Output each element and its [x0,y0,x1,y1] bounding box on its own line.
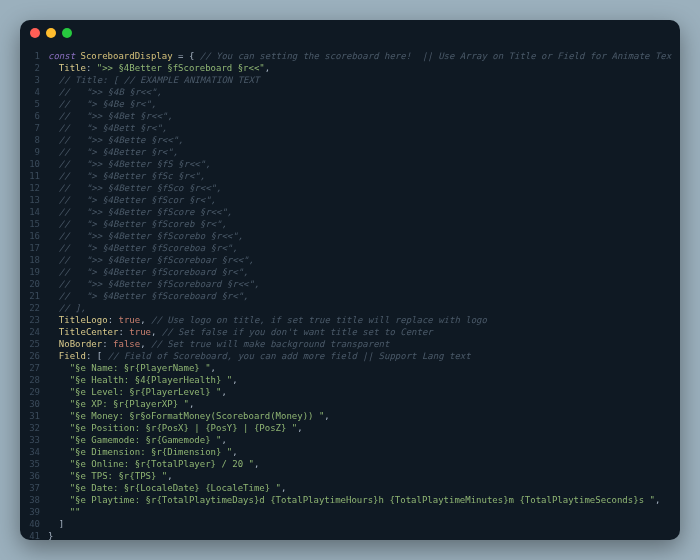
code-line[interactable]: "§e Money: §r§oFormatMoney(Scoreboard(Mo… [48,410,672,422]
code-token: // ">> §4Bette §r<<", [59,135,184,145]
code-line[interactable]: // ">> §4Better §fScorebo §r<<", [48,230,672,242]
code-token: // "> §4Bett §r<", [59,123,167,133]
code-line[interactable]: "§e Gamemode: §r{Gamemode} ", [48,434,672,446]
code-line[interactable]: // ], [48,302,672,314]
code-token: "§e XP: §r{PlayerXP} " [70,399,189,409]
code-token: // Use logo on title, if set true title … [151,315,487,325]
code-line[interactable]: "§e Playtime: §r{TotalPlaytimeDays}d {To… [48,494,672,506]
code-token: true [118,315,140,325]
code-token [48,99,59,109]
code-line[interactable]: "§e Level: §r{PlayerLevel} ", [48,386,672,398]
code-token [48,243,59,253]
code-line[interactable]: Title: ">> §4Better §fScoreboard §r<<", [48,62,672,74]
code-token [48,171,59,181]
close-icon[interactable] [30,28,40,38]
code-token: Field [59,351,86,361]
code-token: , [221,387,226,397]
code-token [48,435,70,445]
line-number: 33 [28,434,40,446]
code-token [48,471,70,481]
code-line[interactable]: "§e TPS: §r{TPS} ", [48,470,672,482]
code-window: 1234567891011121314151617181920212223242… [20,20,680,540]
code-token: const [48,51,81,61]
code-token: : [118,327,129,337]
code-line[interactable]: "§e Health: §4{PlayerHealth} ", [48,374,672,386]
line-number: 6 [28,110,40,122]
code-line[interactable]: "§e XP: §r{PlayerXP} ", [48,398,672,410]
code-line[interactable]: // "> §4Bett §r<", [48,122,672,134]
line-number: 13 [28,194,40,206]
code-line[interactable]: // "> §4Better §fScoreboard §r<", [48,290,672,302]
code-line[interactable]: // ">> §4Better §fScore §r<<", [48,206,672,218]
line-number: 41 [28,530,40,540]
code-token [48,267,59,277]
code-token: : [102,339,113,349]
code-token [48,195,59,205]
code-line[interactable]: TitleLogo: true, // Use logo on title, i… [48,314,672,326]
code-line[interactable]: ] [48,518,672,530]
line-number: 27 [28,362,40,374]
line-number: 22 [28,302,40,314]
code-token: // Field of Scoreboard, you can add more… [108,351,471,361]
code-line[interactable]: "§e Date: §r{LocaleDate} {LocaleTime} ", [48,482,672,494]
line-number: 4 [28,86,40,98]
code-token [48,291,59,301]
code-line[interactable]: // "> §4Better §fScoreboa §r<", [48,242,672,254]
code-line[interactable]: "§e Online: §r{TotalPlayer} / 20 ", [48,458,672,470]
code-line[interactable]: // ">> §4Better §fScoreboar §r<<", [48,254,672,266]
line-number: 19 [28,266,40,278]
code-line[interactable]: TitleCenter: true, // Set false if you d… [48,326,672,338]
code-token: // "> §4Better §r<", [59,147,178,157]
code-line[interactable]: NoBorder: false, // Set true will make b… [48,338,672,350]
code-token [48,75,59,85]
code-line[interactable]: // "> §4Better §r<", [48,146,672,158]
code-line[interactable]: "" [48,506,672,518]
line-number: 23 [28,314,40,326]
code-line[interactable]: // Title: [ // EXAMPLE ANIMATION TEXT [48,74,672,86]
code-token [48,183,59,193]
code-token [48,375,70,385]
code-token: "§e Dimension: §r{Dimension} " [70,447,233,457]
code-line[interactable]: const ScoreboardDisplay = { // You can s… [48,50,672,62]
line-number: 37 [28,482,40,494]
code-line[interactable]: // "> §4Better §fScoreb §r<", [48,218,672,230]
zoom-icon[interactable] [62,28,72,38]
code-line[interactable]: // "> §4Better §fScoreboard §r<", [48,266,672,278]
code-line[interactable]: // ">> §4Better §fSco §r<<", [48,182,672,194]
code-token: , [281,483,286,493]
code-line[interactable]: } [48,530,672,540]
code-token: , [221,435,226,445]
code-line[interactable]: // ">> §4B §r<<", [48,86,672,98]
code-token: , [265,63,270,73]
line-number: 21 [28,290,40,302]
code-line[interactable]: // ">> §4Bette §r<<", [48,134,672,146]
code-token: , [232,447,237,457]
code-line[interactable]: "§e Name: §r{PlayerName} ", [48,362,672,374]
code-token: // ">> §4Better §fScoreboar §r<<", [59,255,254,265]
code-line[interactable]: // "> §4Be §r<", [48,98,672,110]
code-line[interactable]: // "> §4Better §fSc §r<", [48,170,672,182]
code-token: // ">> §4Better §fScoreboard §r<<", [59,279,259,289]
minimize-icon[interactable] [46,28,56,38]
code-token: , [167,471,172,481]
line-number: 36 [28,470,40,482]
code-token: = { [173,51,200,61]
code-token [48,231,59,241]
code-token [48,135,59,145]
code-token: "" [70,507,81,517]
code-token [48,315,59,325]
code-line[interactable]: "§e Position: §r{PosX} | {PosY} | {PosZ}… [48,422,672,434]
code-token [48,159,59,169]
code-line[interactable]: Field: [ // Field of Scoreboard, you can… [48,350,672,362]
code-line[interactable]: // "> §4Better §fScor §r<", [48,194,672,206]
code-token [48,255,59,265]
code-token: NoBorder [59,339,102,349]
code-token: // Set true will make background transpa… [151,339,389,349]
code-editor[interactable]: 1234567891011121314151617181920212223242… [20,46,680,540]
code-line[interactable]: "§e Dimension: §r{Dimension} ", [48,446,672,458]
code-token: "§e Gamemode: §r{Gamemode} " [70,435,222,445]
code-content[interactable]: const ScoreboardDisplay = { // You can s… [48,50,672,540]
code-line[interactable]: // ">> §4Better §fScoreboard §r<<", [48,278,672,290]
code-line[interactable]: // ">> §4Bet §r<<", [48,110,672,122]
code-line[interactable]: // ">> §4Better §fS §r<<", [48,158,672,170]
